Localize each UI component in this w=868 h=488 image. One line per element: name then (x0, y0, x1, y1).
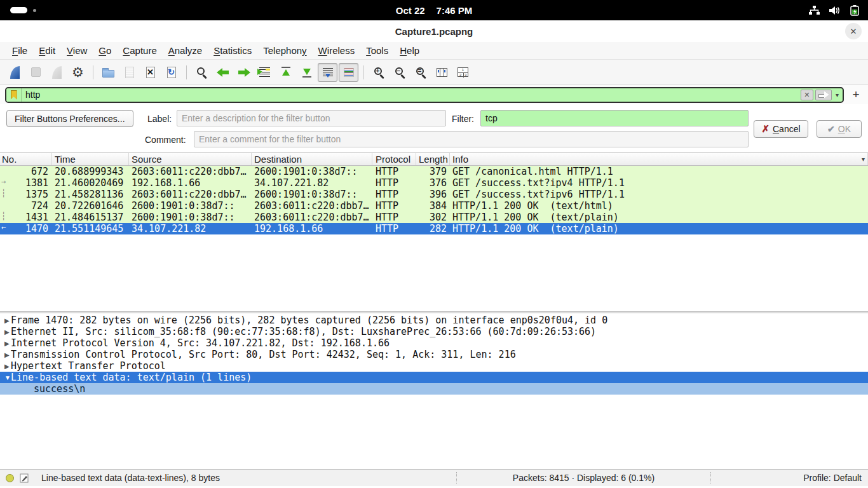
cell-info: GET /success.txt?ipv6 HTTP/1.1 (450, 189, 868, 200)
expander-icon[interactable]: ▶ (0, 340, 10, 347)
expander-icon[interactable]: ▶ (0, 317, 10, 324)
ok-label: OK (838, 124, 851, 134)
detail-text: Ethernet II, Src: silicom_35:68:f8 (90:e… (10, 326, 596, 337)
menu-file[interactable]: File (6, 43, 33, 58)
apply-filter-icon[interactable] (815, 90, 832, 100)
auto-scroll-icon[interactable] (318, 63, 337, 82)
detail-line[interactable]: success\n (0, 383, 868, 395)
display-filter-value[interactable]: http (22, 90, 801, 100)
column-header-destination[interactable]: Destination (252, 153, 372, 165)
expander-icon[interactable]: ▼ (0, 374, 10, 381)
label-field[interactable] (177, 110, 446, 126)
status-profile[interactable]: Profile: Default (710, 472, 868, 484)
menu-edit[interactable]: Edit (33, 43, 61, 58)
activities-pill[interactable] (10, 7, 27, 13)
layout-icon[interactable]: 123 (453, 63, 473, 82)
ok-button[interactable]: ✔ OK (817, 120, 862, 138)
packet-row[interactable]: 72420.7226016462600:1901:0:38d7::2603:60… (0, 200, 868, 212)
packet-row[interactable]: 67220.6889993432603:6011:c220:dbb7…2600:… (0, 166, 868, 177)
packet-row[interactable]: ┆143121.4846151372600:1901:0:38d7::2603:… (0, 212, 868, 223)
expander-icon[interactable]: ▶ (0, 351, 10, 358)
clear-filter-icon[interactable]: ✕ (801, 90, 813, 100)
detail-line[interactable]: ▶Frame 1470: 282 bytes on wire (2256 bit… (0, 315, 868, 326)
cell-info: HTTP/1.1 200 OK (text/plain) (450, 212, 868, 223)
column-header-source[interactable]: Source (129, 153, 252, 165)
menu-capture[interactable]: Capture (117, 43, 162, 58)
cell-source: 2603:6011:c220:dbb7… (129, 166, 252, 177)
menu-wireless[interactable]: Wireless (313, 43, 361, 58)
clock-time: 7:46 PM (437, 5, 473, 16)
filter-buttons-preferences-button[interactable]: Filter Buttons Preferences... (6, 110, 133, 127)
colorize-icon[interactable] (339, 63, 358, 82)
resize-columns-icon[interactable] (432, 63, 452, 82)
zoom-out-icon[interactable]: − (390, 63, 410, 82)
system-tray[interactable] (809, 5, 868, 16)
comment-field[interactable] (194, 131, 749, 147)
window-titlebar: Capture1.pcapng ✕ (0, 20, 868, 42)
stop-capture-icon[interactable] (26, 63, 46, 82)
packet-details-pane[interactable]: ▶Frame 1470: 282 bytes on wire (2256 bit… (0, 313, 868, 469)
clock[interactable]: Oct 22 7:46 PM (396, 5, 473, 16)
cell-source: 2600:1901:0:38d7:: (129, 212, 252, 223)
expander-icon[interactable]: ▶ (0, 329, 10, 336)
menu-analyze[interactable]: Analyze (163, 43, 208, 58)
reload-file-icon[interactable]: ↻ (161, 63, 181, 82)
detail-text: Internet Protocol Version 4, Src: 34.107… (10, 337, 390, 349)
packet-row[interactable]: ←147021.55114964534.107.221.82192.168.1.… (0, 223, 868, 234)
zoom-in-icon[interactable]: + (369, 63, 389, 82)
cell-no: 672 (0, 166, 52, 177)
start-capture-icon[interactable] (5, 63, 25, 82)
packet-row[interactable]: ┆137521.4582811362603:6011:c220:dbb7…260… (0, 189, 868, 200)
cancel-button[interactable]: ✗ Cancel (754, 120, 808, 138)
go-first-packet-icon[interactable] (276, 63, 295, 82)
expander-icon[interactable]: ▶ (0, 363, 10, 370)
go-last-packet-icon[interactable] (297, 63, 316, 82)
packet-list-header: No.TimeSourceDestinationProtocolLengthIn… (0, 152, 868, 166)
column-header-time[interactable]: Time (52, 153, 129, 165)
go-to-packet-icon[interactable] (255, 63, 275, 82)
related-packet-marker: ┆ (1, 212, 11, 220)
menu-go[interactable]: Go (93, 43, 117, 58)
detail-line[interactable]: ▼Line-based text data: text/plain (1 lin… (0, 372, 868, 383)
packet-list-pane[interactable]: 67220.6889993432603:6011:c220:dbb7…2600:… (0, 166, 868, 311)
column-header-protocol[interactable]: Protocol (372, 153, 416, 165)
go-forward-icon[interactable] (234, 63, 254, 82)
close-file-icon[interactable]: ✕ (140, 63, 160, 82)
menu-help[interactable]: Help (394, 43, 425, 58)
cell-protocol: HTTP (372, 166, 416, 177)
filter-field[interactable] (480, 110, 749, 126)
add-filter-button-plus[interactable]: + (849, 88, 863, 102)
menu-view[interactable]: View (61, 43, 93, 58)
cell-destination: 34.107.221.82 (252, 177, 372, 189)
column-header-no[interactable]: No. (0, 153, 52, 165)
find-packet-icon[interactable] (192, 63, 212, 82)
save-file-icon[interactable] (119, 63, 139, 82)
cell-length: 396 (416, 189, 450, 200)
column-menu-icon[interactable]: ▾ (862, 156, 865, 163)
menu-tools[interactable]: Tools (360, 43, 394, 58)
capture-options-icon[interactable]: ⚙ (68, 63, 88, 82)
display-filter-input[interactable]: http ✕ ▾ (5, 87, 844, 103)
filter-dropdown-icon[interactable]: ▾ (834, 92, 843, 98)
detail-line[interactable]: ▶Hypertext Transfer Protocol (0, 360, 868, 372)
detail-text: success\n (10, 383, 85, 395)
menu-statistics[interactable]: Statistics (208, 43, 257, 58)
expert-info-icon[interactable] (6, 474, 14, 482)
cell-no: 724 (0, 200, 52, 212)
workspace-dot[interactable] (33, 9, 36, 12)
clock-date: Oct 22 (396, 5, 425, 16)
window-close-button[interactable]: ✕ (845, 23, 862, 39)
capture-comment-icon[interactable] (20, 473, 29, 483)
zoom-reset-icon[interactable]: = (411, 63, 431, 82)
detail-line[interactable]: ▶Ethernet II, Src: silicom_35:68:f8 (90:… (0, 326, 868, 337)
detail-line[interactable]: ▶Transmission Control Protocol, Src Port… (0, 349, 868, 360)
packet-row[interactable]: →138121.460020469192.168.1.6634.107.221.… (0, 177, 868, 189)
column-header-length[interactable]: Length (416, 153, 450, 165)
detail-line[interactable]: ▶Internet Protocol Version 4, Src: 34.10… (0, 337, 868, 349)
open-file-icon[interactable] (98, 63, 118, 82)
filter-bookmark-button[interactable] (6, 88, 22, 102)
restart-capture-icon[interactable] (47, 63, 67, 82)
column-header-info[interactable]: Info (450, 153, 868, 165)
go-back-icon[interactable] (213, 63, 233, 82)
menu-telephony[interactable]: Telephony (257, 43, 312, 58)
